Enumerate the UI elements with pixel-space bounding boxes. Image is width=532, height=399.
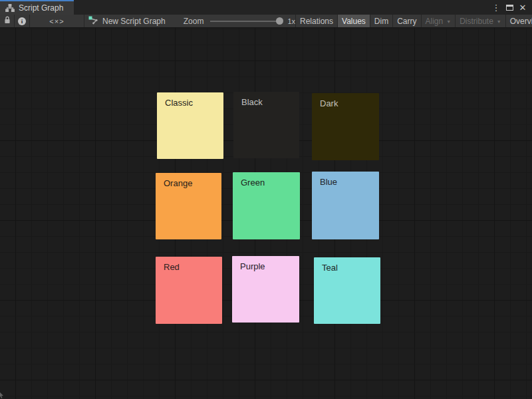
script-graph-window: Script Graph ⋮ ✕ i <×> bbox=[0, 0, 532, 399]
sticky-note-label: Orange bbox=[156, 173, 221, 189]
sticky-note-label: Blue bbox=[312, 172, 379, 188]
sticky-note-label: Black bbox=[233, 92, 299, 108]
sticky-note-label: Classic bbox=[157, 92, 223, 108]
code-preview-button[interactable]: <×> bbox=[30, 15, 84, 27]
script-graph-icon bbox=[88, 16, 98, 27]
sticky-note-label: Purple bbox=[232, 256, 299, 272]
carry-button[interactable]: Carry bbox=[392, 15, 420, 27]
sticky-note[interactable]: Teal bbox=[314, 257, 380, 324]
graph-name-label: New Script Graph bbox=[102, 17, 166, 26]
sticky-note[interactable]: Black bbox=[233, 92, 299, 158]
align-button[interactable]: Align ▼ bbox=[421, 15, 456, 27]
tab-label: Script Graph bbox=[19, 3, 63, 13]
sticky-note[interactable]: Red bbox=[156, 257, 222, 324]
values-button[interactable]: Values bbox=[337, 15, 370, 27]
sticky-note-label: Teal bbox=[314, 257, 380, 273]
overview-button[interactable]: Overview bbox=[505, 15, 532, 27]
zoom-label: Zoom bbox=[184, 17, 204, 26]
dim-button[interactable]: Dim bbox=[370, 15, 392, 27]
chevron-down-icon: ▼ bbox=[497, 19, 501, 24]
sticky-note-label: Green bbox=[233, 172, 300, 188]
close-icon[interactable]: ✕ bbox=[517, 2, 528, 13]
graph-canvas[interactable]: Classic Black Dark Orange Green Blue Red… bbox=[0, 28, 532, 399]
sticky-note[interactable]: Purple bbox=[232, 256, 299, 323]
lock-button[interactable] bbox=[0, 15, 15, 27]
sticky-note[interactable]: Blue bbox=[312, 172, 379, 239]
zoom-slider-knob[interactable] bbox=[276, 17, 283, 25]
graph-toolbar: i <×> New Script Graph Zoom 1x bbox=[0, 15, 532, 28]
more-menu-icon[interactable]: ⋮ bbox=[491, 2, 501, 13]
maximize-icon[interactable] bbox=[504, 2, 515, 13]
zoom-value: 1x bbox=[287, 17, 295, 25]
sticky-note[interactable]: Dark bbox=[312, 93, 379, 160]
sticky-note-label: Red bbox=[156, 257, 222, 273]
info-button[interactable]: i bbox=[15, 15, 30, 27]
relations-button[interactable]: Relations bbox=[295, 15, 337, 27]
tab-script-graph[interactable]: Script Graph bbox=[0, 0, 74, 15]
view-buttons-group: Relations Values Dim Carry Align ▼ Distr… bbox=[295, 15, 532, 27]
chevron-down-icon: ▼ bbox=[446, 19, 451, 24]
sticky-note[interactable]: Classic bbox=[157, 92, 223, 159]
graph-title: New Script Graph bbox=[84, 15, 166, 27]
zoom-slider-track bbox=[210, 21, 281, 22]
zoom-slider[interactable] bbox=[210, 15, 283, 28]
sticky-note[interactable]: Orange bbox=[156, 173, 221, 239]
distribute-button[interactable]: Distribute ▼ bbox=[455, 15, 505, 27]
sticky-note[interactable]: Green bbox=[233, 172, 300, 239]
tab-bar: Script Graph ⋮ ✕ bbox=[0, 0, 532, 15]
info-icon: i bbox=[18, 17, 26, 25]
zoom-control: Zoom 1x bbox=[184, 15, 295, 27]
lock-icon bbox=[4, 16, 11, 26]
sticky-note-label: Dark bbox=[312, 93, 379, 109]
sitemap-icon bbox=[5, 4, 15, 12]
mouse-cursor-icon bbox=[0, 389, 4, 399]
window-controls: ⋮ ✕ bbox=[491, 0, 532, 15]
tab-bar-empty-space bbox=[74, 0, 491, 15]
